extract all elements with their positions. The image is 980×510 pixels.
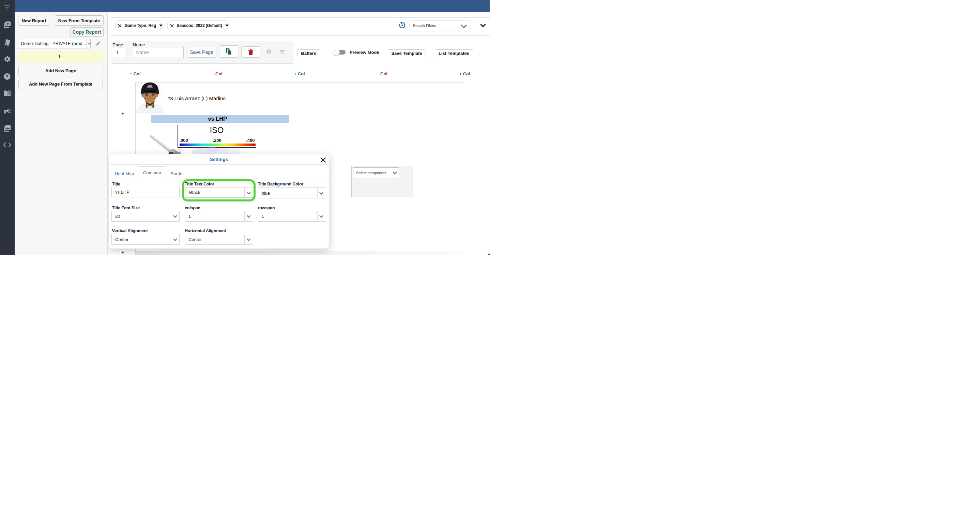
- svg-text:?: ?: [6, 74, 8, 79]
